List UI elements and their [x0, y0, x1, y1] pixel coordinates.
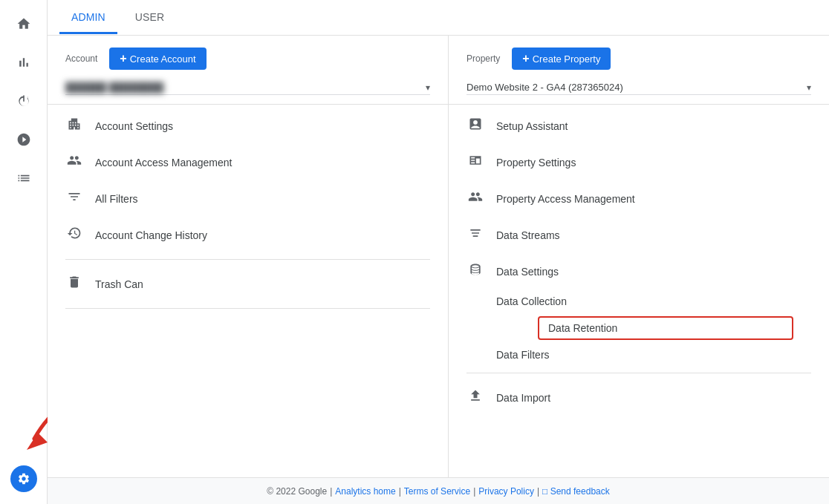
data-import-label: Data Import — [496, 392, 550, 404]
property-dropdown-arrow: ▾ — [807, 82, 811, 93]
footer: © 2022 Google | Analytics home | Terms o… — [48, 477, 829, 504]
all-filters-label: All Filters — [95, 193, 138, 205]
property-dropdown-row: Demo Website 2 - GA4 (287365024) ▾ — [449, 79, 829, 105]
menu-item-setup-assistant[interactable]: Setup Assistant — [449, 108, 829, 144]
account-panel-header: Account + Create Account — [48, 48, 448, 79]
menu-item-all-filters[interactable]: All Filters — [48, 180, 448, 217]
menu-item-account-access[interactable]: Account Access Management — [48, 144, 448, 180]
tab-user[interactable]: USER — [123, 1, 176, 34]
copyright: © 2022 Google — [267, 486, 327, 497]
building-icon — [65, 117, 83, 135]
create-account-label: Create Account — [130, 53, 196, 65]
menu-item-account-change-history[interactable]: Account Change History — [48, 217, 448, 253]
menu-item-data-import[interactable]: Data Import — [449, 379, 829, 416]
reports-icon[interactable] — [6, 45, 42, 80]
account-divider-1 — [65, 259, 430, 260]
feedback-icon: □ — [542, 486, 550, 497]
plus-icon-property: + — [522, 52, 529, 65]
upload-icon — [466, 388, 484, 407]
menu-item-trash-can[interactable]: Trash Can — [48, 266, 448, 302]
database-icon — [466, 262, 484, 281]
account-dropdown-arrow: ▾ — [426, 82, 430, 93]
menu-item-data-streams[interactable]: Data Streams — [449, 217, 829, 253]
property-divider — [466, 373, 811, 373]
property-access-label: Property Access Management — [496, 193, 635, 205]
property-panel: Property + Create Property Demo Website … — [449, 36, 829, 477]
layout-icon — [466, 153, 484, 171]
menu-item-data-settings[interactable]: Data Settings — [449, 253, 829, 289]
admin-content: Account + Create Account ██████ ████████… — [48, 36, 829, 477]
home-icon[interactable] — [6, 6, 42, 42]
admin-gear-section — [10, 465, 37, 492]
filter-icon — [65, 189, 83, 208]
account-access-label: Account Access Management — [95, 157, 232, 168]
account-settings-label: Account Settings — [95, 120, 173, 132]
terms-of-service-link[interactable]: Terms of Service — [404, 486, 470, 497]
data-settings-label: Data Settings — [496, 266, 559, 278]
main-content: ADMIN USER Account + Create Account ██ — [48, 0, 829, 477]
property-dropdown[interactable]: Demo Website 2 - GA4 (287365024) ▾ — [466, 82, 811, 95]
explore-icon[interactable] — [6, 122, 42, 157]
data-collection-label: Data Collection — [496, 295, 567, 307]
setup-assistant-label: Setup Assistant — [496, 120, 568, 132]
analytics-home-link[interactable]: Analytics home — [335, 486, 395, 497]
send-feedback-link[interactable]: □ Send feedback — [542, 486, 610, 497]
tab-bar: ADMIN USER — [48, 0, 829, 36]
data-retention-label: Data Retention — [548, 322, 617, 334]
account-dropdown-value: ██████ ████████ — [65, 82, 164, 93]
account-divider-2 — [65, 308, 430, 309]
sub-item-data-retention[interactable]: Data Retention — [538, 316, 793, 340]
people-icon-account — [65, 153, 83, 171]
account-change-history-label: Account Change History — [95, 229, 207, 241]
create-property-button[interactable]: + Create Property — [512, 48, 611, 70]
menu-item-property-settings[interactable]: Property Settings — [449, 144, 829, 180]
plus-icon: + — [120, 52, 126, 65]
tab-admin[interactable]: ADMIN — [59, 1, 117, 34]
people-icon-property — [466, 189, 484, 208]
menu-item-account-settings[interactable]: Account Settings — [48, 108, 448, 144]
privacy-policy-link[interactable]: Privacy Policy — [478, 486, 534, 497]
streams-icon — [466, 226, 484, 244]
history-icon — [65, 226, 83, 244]
admin-gear-button[interactable] — [10, 465, 37, 492]
sidebar — [0, 0, 48, 504]
data-filters-label: Data Filters — [496, 349, 550, 361]
account-label: Account — [65, 53, 97, 64]
advertising-icon[interactable] — [6, 160, 42, 196]
create-property-label: Create Property — [533, 53, 601, 65]
account-dropdown-row: ██████ ████████ ▾ — [48, 79, 448, 105]
menu-item-property-access[interactable]: Property Access Management — [449, 180, 829, 217]
property-settings-label: Property Settings — [496, 157, 576, 168]
account-panel: Account + Create Account ██████ ████████… — [48, 36, 449, 477]
check-icon — [466, 117, 484, 135]
property-panel-header: Property + Create Property — [449, 48, 829, 79]
realtime-icon[interactable] — [6, 83, 42, 119]
sub-item-data-collection[interactable]: Data Collection — [449, 289, 829, 313]
sub-item-data-filters[interactable]: Data Filters — [449, 343, 829, 367]
data-streams-label: Data Streams — [496, 229, 560, 241]
create-account-button[interactable]: + Create Account — [109, 48, 206, 70]
property-label: Property — [466, 53, 500, 64]
account-dropdown[interactable]: ██████ ████████ ▾ — [65, 82, 430, 95]
main-wrapper: ADMIN USER Account + Create Account ██ — [48, 0, 829, 504]
property-dropdown-value: Demo Website 2 - GA4 (287365024) — [466, 82, 623, 93]
trash-can-label: Trash Can — [95, 278, 143, 290]
trash-icon — [65, 275, 83, 293]
